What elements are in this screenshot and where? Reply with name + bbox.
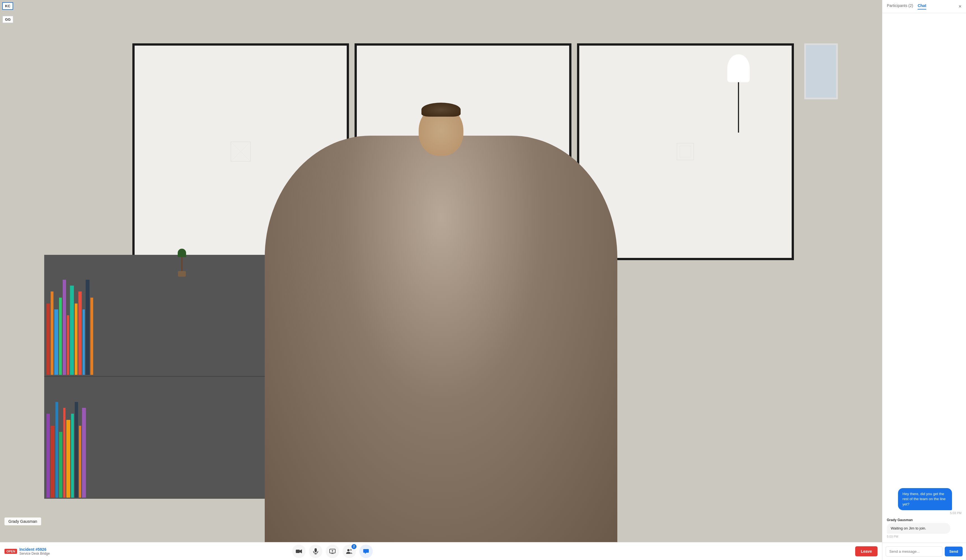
video-background [0,0,882,542]
incident-title: Incident #5926 [19,547,50,552]
incident-info: Incident #5926 Service Desk Bridge [19,547,50,555]
person-body [265,136,618,542]
close-chat-button[interactable]: × [958,4,961,9]
window [804,43,838,99]
incident-badge: OPEN Incident #5926 Service Desk Bridge [5,547,50,555]
participants-count-badge: 2 [352,544,356,549]
svg-rect-7 [315,548,317,552]
svg-rect-4 [677,143,694,160]
lamp-pole [738,82,739,133]
send-message-button[interactable]: Send [945,547,963,557]
lamp [727,54,750,138]
incident-subtitle: Service Desk Bridge [19,552,50,555]
chat-panel: Participants (2) Chat × Hey there, did y… [882,0,966,560]
chat-toggle-button[interactable] [359,545,373,558]
message-sender: Grady Gausman [887,518,961,522]
message-time-in: 5:03 PM [887,535,961,538]
message-time-out: 5:03 PM [898,511,961,515]
svg-point-14 [347,549,350,551]
person-head [419,105,463,156]
svg-point-15 [350,549,352,551]
video-toggle-button[interactable] [292,545,306,558]
message-incoming: Grady Gausman Waiting on Jim to join. 5:… [887,518,961,538]
participant-badge-gg: GG [2,16,13,23]
plant [176,249,187,271]
participant-badge-kc: KC [2,2,13,10]
screen-share-button[interactable] [326,545,339,558]
chat-message-input[interactable] [886,546,943,557]
mic-toggle-button[interactable] [309,545,322,558]
chat-tabs: Participants (2) Chat [887,3,926,10]
message-outgoing: Hey there, did you get the rest of the t… [898,488,961,515]
lamp-shade [727,54,750,82]
main-container: KC GG Grady Gausman OPEN Incident #5926 … [0,0,966,560]
speaker-name-tag: Grady Gausman [5,517,41,526]
message-bubble-in: Waiting on Jim to join. [887,523,950,534]
tab-chat[interactable]: Chat [918,3,926,10]
chat-panel-header: Participants (2) Chat × [882,0,966,13]
message-bubble-out: Hey there, did you get the rest of the t… [898,488,952,510]
video-feed: KC GG Grady Gausman [0,0,882,542]
chat-messages-list: Hey there, did you get the rest of the t… [882,13,966,543]
bottom-control-bar: OPEN Incident #5926 Service Desk Bridge [0,542,882,560]
tab-participants[interactable]: Participants (2) [887,3,913,10]
participants-button[interactable]: 2 [343,545,356,558]
leave-button[interactable]: Leave [855,546,877,557]
chat-input-area: Send [882,543,966,560]
video-area: KC GG Grady Gausman OPEN Incident #5926 … [0,0,882,560]
svg-rect-6 [296,550,300,553]
media-controls: 2 [292,545,373,558]
svg-rect-5 [680,146,691,157]
open-status-badge: OPEN [5,549,17,554]
